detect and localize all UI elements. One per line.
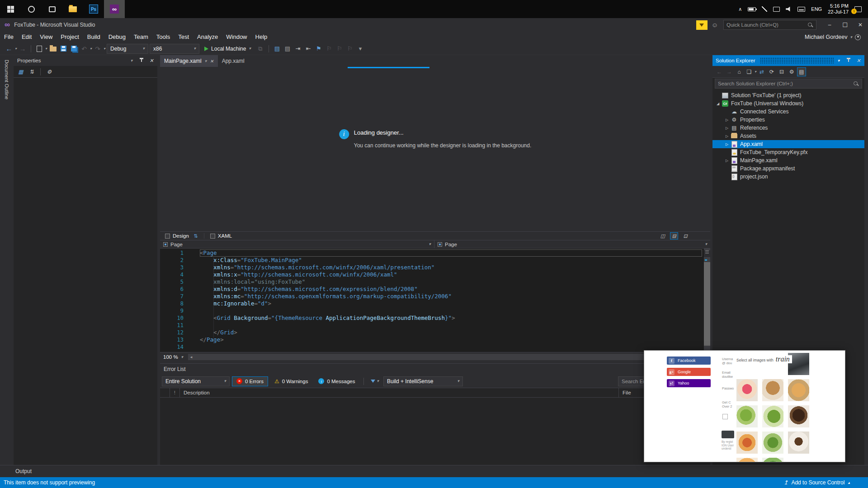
document-outline-tab[interactable]: Document Outline (0, 55, 14, 465)
properties-title-bar[interactable]: Properties (14, 55, 157, 66)
facebook-login-button[interactable]: fFacebook (667, 357, 711, 365)
horizontal-scrollbar[interactable] (188, 354, 704, 360)
solution-platform-combo[interactable]: x86 (150, 44, 199, 54)
code-line-2[interactable]: 2 x:Class="FoxTube.MainPage" (160, 257, 710, 264)
close-icon[interactable] (147, 56, 156, 65)
expander-icon[interactable]: ▷ (723, 159, 731, 163)
language-indicator[interactable]: ENG (811, 6, 822, 12)
menu-item-test[interactable]: Test (174, 32, 193, 42)
code-line-9[interactable]: 9 (160, 307, 710, 314)
captcha-tile-pie[interactable] (788, 379, 809, 401)
tree-item-assets[interactable]: ▷Assets (712, 132, 864, 140)
captcha-checkbox[interactable] (722, 414, 728, 419)
tree-item-properties[interactable]: ▷Properties (712, 116, 864, 124)
expand-pane-icon[interactable] (681, 232, 689, 239)
tree-item-project-json[interactable]: project.json (712, 173, 864, 181)
swap-panes-icon[interactable] (192, 233, 199, 239)
code-line-7[interactable]: 7 xmlns:mc="http://schemas.openxmlformat… (160, 293, 710, 300)
captcha-tile-coffee[interactable] (788, 432, 809, 454)
tray-chevron-icon[interactable] (738, 6, 742, 12)
menu-item-team[interactable]: Team (130, 32, 152, 42)
expander-icon[interactable]: ▷ (723, 134, 731, 138)
xaml-tab[interactable]: XAML (208, 233, 234, 239)
new-project-dropdown-icon[interactable] (45, 47, 47, 51)
scrollbar-thumb[interactable] (704, 262, 710, 346)
outdent-icon[interactable] (304, 44, 313, 54)
file-explorer-button[interactable] (62, 0, 83, 18)
clock[interactable]: 5:16 PM 22-Jul-17 (828, 3, 849, 15)
solution-explorer-title-bar[interactable]: Solution Explorer (712, 55, 864, 66)
properties-icon[interactable] (787, 67, 796, 76)
undo-icon[interactable] (80, 44, 89, 54)
pin-icon[interactable] (137, 56, 146, 65)
menu-item-tools[interactable]: Tools (152, 32, 174, 42)
menu-item-file[interactable]: File (0, 32, 18, 42)
captcha-tile-tart[interactable] (736, 432, 758, 454)
redo-icon[interactable] (93, 44, 102, 54)
expander-icon[interactable]: ▷ (723, 142, 731, 146)
categorized-icon[interactable] (16, 67, 25, 76)
solution-configuration-combo[interactable]: Debug (107, 44, 148, 54)
network-icon[interactable] (773, 7, 780, 12)
photoshop-button[interactable]: Ps (83, 0, 104, 18)
tab-close-icon[interactable] (210, 58, 213, 64)
captcha-tile-beans[interactable] (788, 405, 809, 427)
code-line-3[interactable]: 3 xmlns="http://schemas.microsoft.com/wi… (160, 264, 710, 271)
splitter-grip[interactable] (704, 250, 710, 258)
home-icon[interactable] (735, 67, 744, 76)
task-view-button[interactable] (42, 0, 62, 18)
intellisense-filter-button[interactable] (368, 379, 381, 383)
split-horizontal-icon[interactable] (670, 232, 678, 239)
battery-icon[interactable] (748, 7, 756, 11)
menu-item-window[interactable]: Window (222, 32, 251, 42)
warnings-filter-button[interactable]: 0 Warnings (270, 376, 312, 386)
navigate-history-icon[interactable] (15, 47, 17, 51)
yahoo-login-button[interactable]: y!Yahoo (667, 379, 711, 387)
clear-bookmarks-icon[interactable] (345, 44, 354, 54)
code-line-13[interactable]: 13</Page> (160, 336, 710, 343)
user-menu[interactable]: Michael Gordeev (805, 34, 861, 40)
code-line-12[interactable]: 12 </Grid> (160, 329, 710, 336)
errors-filter-button[interactable]: 0 Errors (232, 376, 268, 386)
tab-dropdown-icon[interactable] (205, 59, 207, 63)
tree-item-connected-services[interactable]: Connected Services (712, 108, 864, 116)
action-center-icon[interactable]: 1 (854, 6, 862, 12)
feedback-flag-button[interactable] (696, 20, 708, 30)
window-position-icon[interactable] (835, 56, 843, 65)
quick-launch-input[interactable]: Quick Launch (Ctrl+Q) (723, 20, 816, 30)
code-line-1[interactable]: 1<Page (160, 249, 710, 257)
captcha-tile-salad[interactable] (736, 405, 758, 427)
expander-icon[interactable]: ▷ (723, 118, 731, 122)
tab-app-xaml[interactable]: App.xaml (218, 55, 249, 67)
editor-scrollbar[interactable] (704, 249, 710, 352)
close-icon[interactable] (854, 56, 863, 65)
code-line-10[interactable]: 10 <Grid Background="{ThemeResource Appl… (160, 314, 710, 322)
menu-item-project[interactable]: Project (57, 32, 83, 42)
refresh-icon[interactable] (767, 67, 776, 76)
scroll-left-icon[interactable] (188, 354, 194, 360)
close-button[interactable] (853, 18, 868, 32)
captcha-tile-salad2[interactable] (762, 405, 783, 427)
next-bookmark-icon[interactable] (335, 44, 344, 54)
pen-icon[interactable] (762, 6, 767, 12)
code-line-8[interactable]: 8 mc:Ignorable="d"> (160, 300, 710, 307)
menu-item-edit[interactable]: Edit (18, 32, 36, 42)
code-line-6[interactable]: 6 xmlns:d="http://schemas.microsoft.com/… (160, 286, 710, 293)
expander-icon[interactable]: ▷ (723, 126, 731, 130)
redo-dropdown-icon[interactable] (104, 47, 105, 51)
navigate-backward-icon[interactable] (5, 44, 14, 54)
minimize-button[interactable] (822, 18, 837, 32)
split-vertical-icon[interactable] (659, 232, 667, 239)
menu-item-analyze[interactable]: Analyze (193, 32, 222, 42)
tree-item-foxtube-temporarykey-pfx[interactable]: FoxTube_TemporaryKey.pfx (712, 148, 864, 156)
menu-item-debug[interactable]: Debug (104, 32, 130, 42)
menu-item-build[interactable]: Build (83, 32, 104, 42)
uncomment-icon[interactable] (283, 44, 292, 54)
build-intellisense-combo[interactable]: Build + IntelliSense (383, 376, 463, 386)
output-panel-header[interactable]: Output (0, 465, 868, 477)
zoom-level-dropdown[interactable]: 100 % (160, 354, 188, 360)
open-file-button[interactable] (48, 44, 57, 54)
google-login-button[interactable]: g+Google (667, 368, 711, 376)
column-description[interactable]: Description (180, 388, 619, 397)
attach-to-process-icon[interactable] (256, 44, 265, 54)
